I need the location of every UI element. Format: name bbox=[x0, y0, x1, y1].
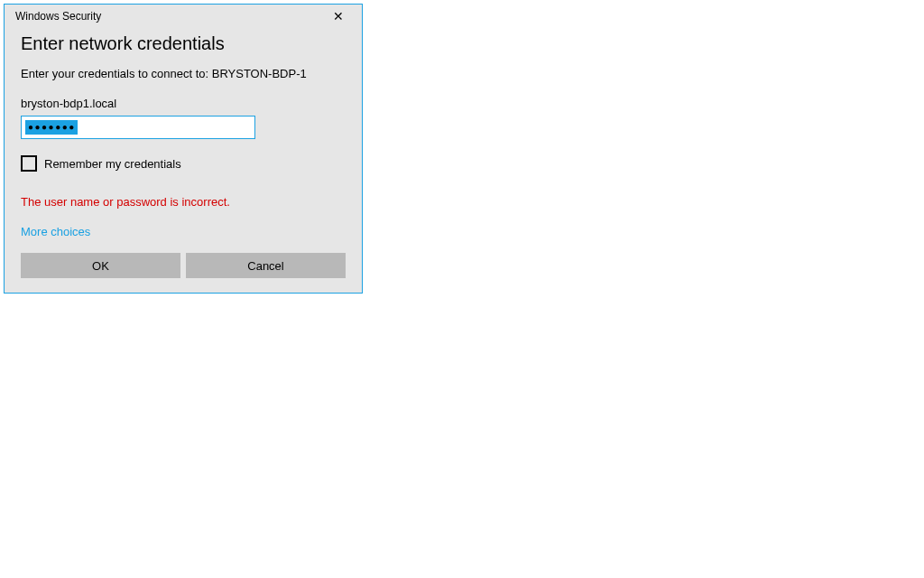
close-button[interactable]: ✕ bbox=[320, 5, 356, 27]
ok-button[interactable]: OK bbox=[21, 253, 180, 278]
password-field-wrap: ●●●●●●● bbox=[21, 116, 346, 139]
error-message: The user name or password is incorrect. bbox=[21, 195, 346, 209]
remember-checkbox-row[interactable]: Remember my credentials bbox=[21, 155, 346, 172]
remember-label: Remember my credentials bbox=[44, 157, 181, 171]
close-icon: ✕ bbox=[333, 10, 344, 23]
username-display: bryston-bdp1.local bbox=[21, 97, 346, 110]
more-choices-link[interactable]: More choices bbox=[21, 225, 90, 238]
titlebar: Windows Security ✕ bbox=[5, 5, 362, 28]
window-title: Windows Security bbox=[15, 10, 101, 23]
instruction-text: Enter your credentials to connect to: BR… bbox=[21, 67, 346, 80]
checkbox-icon bbox=[21, 155, 37, 172]
button-row: OK Cancel bbox=[21, 253, 346, 278]
dialog-heading: Enter network credentials bbox=[21, 33, 346, 54]
dialog-content: Enter network credentials Enter your cre… bbox=[5, 28, 362, 293]
password-input[interactable]: ●●●●●●● bbox=[21, 116, 255, 139]
credentials-dialog: Windows Security ✕ Enter network credent… bbox=[4, 4, 363, 294]
password-masked-value: ●●●●●●● bbox=[25, 120, 78, 135]
cancel-button[interactable]: Cancel bbox=[186, 253, 346, 278]
